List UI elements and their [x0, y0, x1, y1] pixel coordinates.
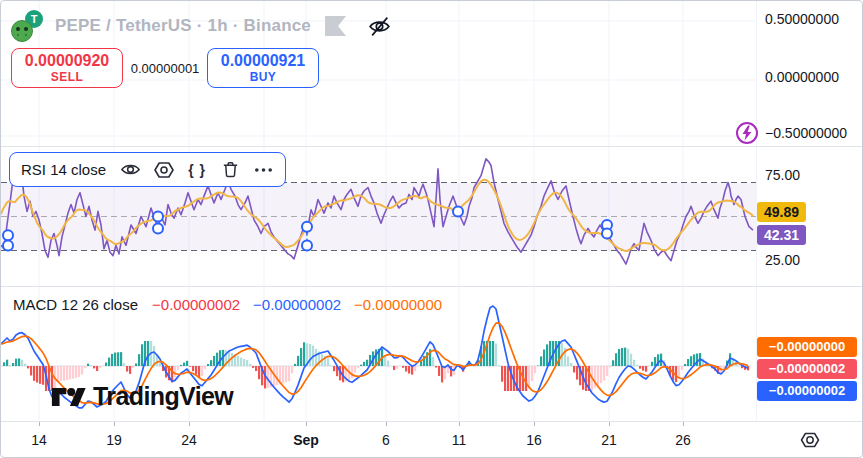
- rsi-axis-lower: 25.00: [765, 252, 861, 268]
- rsi-axis-upper: 75.00: [765, 167, 861, 183]
- time-axis-label: 6: [382, 432, 390, 448]
- flag-icon[interactable]: [325, 16, 346, 36]
- time-axis-label: 26: [675, 432, 691, 448]
- time-axis-label: 14: [31, 432, 47, 448]
- time-axis[interactable]: 141924Sep611162126: [1, 422, 757, 458]
- source-code-icon[interactable]: { }: [187, 159, 207, 180]
- macd-signal-badge: −0.00000000: [757, 337, 857, 357]
- symbol-title[interactable]: PEPE / TetherUS · 1h · Binance: [55, 16, 311, 36]
- pepe-coin-icon: [11, 20, 33, 42]
- macd-signal-value: −0.00000000: [354, 296, 442, 313]
- price-axis-label: −0.50000000: [765, 125, 861, 141]
- buy-button[interactable]: 0.00000921 BUY: [207, 48, 319, 88]
- macd-hist-badge: −0.00000002: [757, 359, 857, 379]
- time-axis-label: 11: [452, 432, 467, 448]
- rsi-value-badge: 42.31: [757, 225, 806, 245]
- watermark-text: TradingView: [93, 382, 233, 411]
- tradingview-chart-widget: T PEPE / TetherUS · 1h · Binance 0.00000…: [0, 0, 863, 458]
- time-axis-label: 16: [526, 432, 542, 448]
- macd-legend-title: MACD 12 26 close: [13, 296, 138, 313]
- delete-icon[interactable]: [220, 159, 240, 180]
- time-axis-label: 19: [106, 432, 122, 448]
- tradingview-logo-icon: [51, 385, 87, 409]
- price-axis-label: 0.00000000: [765, 69, 861, 85]
- symbol-header: T PEPE / TetherUS · 1h · Binance: [11, 9, 392, 43]
- buy-price: 0.00000921: [221, 52, 306, 70]
- tradingview-watermark[interactable]: TradingView: [51, 382, 233, 411]
- more-options-icon[interactable]: [253, 159, 274, 180]
- sell-label: SELL: [51, 70, 83, 84]
- time-axis-label: 24: [181, 432, 197, 448]
- hide-eye-icon[interactable]: [366, 13, 392, 39]
- symbol-logo: T: [11, 10, 43, 42]
- time-axis-tick: [683, 422, 684, 426]
- price-axis-label: 0.50000000: [765, 11, 861, 27]
- rsi-legend-title: RSI 14 close: [21, 161, 106, 178]
- pane-separator[interactable]: [1, 286, 862, 287]
- rsi-legend[interactable]: RSI 14 close { }: [9, 152, 286, 187]
- macd-hist-value: −0.00000002: [152, 296, 240, 313]
- time-axis-tick: [39, 422, 40, 426]
- sell-price: 0.00000920: [25, 52, 110, 70]
- rsi-ma-badge: 49.89: [757, 202, 806, 222]
- time-axis-tick: [306, 422, 307, 426]
- time-axis-tick: [534, 422, 535, 426]
- time-axis-tick: [459, 422, 460, 426]
- time-axis-settings-icon[interactable]: [799, 429, 821, 451]
- time-axis-tick: [114, 422, 115, 426]
- time-axis-tick: [386, 422, 387, 426]
- visibility-eye-icon[interactable]: [120, 159, 141, 180]
- settings-icon[interactable]: [154, 159, 174, 180]
- pane-separator[interactable]: [1, 146, 862, 147]
- macd-line-value: −0.00000002: [253, 296, 341, 313]
- time-axis-tick: [609, 422, 610, 426]
- time-axis-label: 21: [601, 432, 617, 448]
- macd-legend[interactable]: MACD 12 26 close −0.00000002 −0.00000002…: [13, 296, 455, 313]
- time-axis-label: Sep: [293, 432, 319, 448]
- sell-button[interactable]: 0.00000920 SELL: [11, 48, 123, 88]
- macd-line-badge: −0.00000002: [757, 381, 857, 401]
- time-axis-tick: [189, 422, 190, 426]
- spread-value: 0.00000001: [125, 48, 205, 88]
- lightning-icon[interactable]: [735, 121, 759, 145]
- buy-label: BUY: [250, 70, 277, 84]
